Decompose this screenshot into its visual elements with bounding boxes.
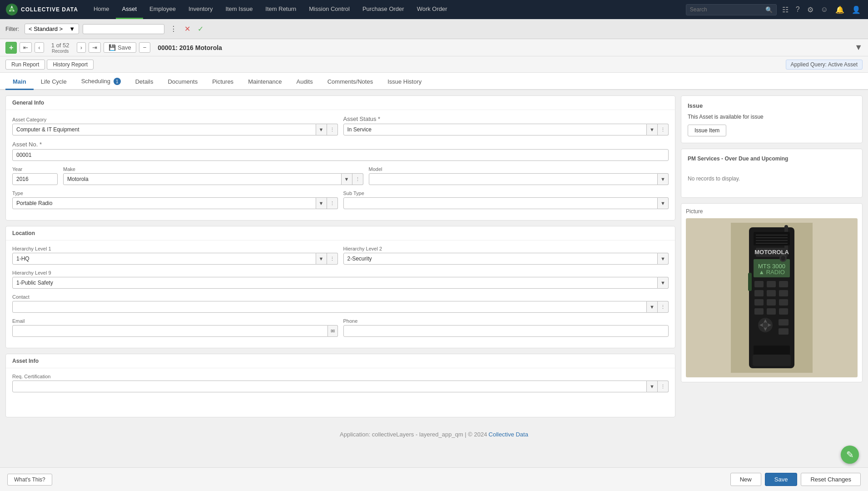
tab-details[interactable]: Details xyxy=(128,75,161,90)
tab-scheduling[interactable]: Scheduling 1 xyxy=(74,74,128,90)
help-icon[interactable]: ? xyxy=(794,4,802,15)
hier1-dropdown-btn[interactable]: ▼ xyxy=(316,253,327,265)
tab-maintenance[interactable]: Maintenance xyxy=(241,75,289,90)
subtype-input[interactable] xyxy=(343,197,658,209)
req-cert-more-btn[interactable]: ⋮ xyxy=(658,381,669,392)
chevron-down-icon: ▼ xyxy=(69,25,75,32)
save-record-button[interactable]: 💾 Save xyxy=(104,42,136,53)
make-more-btn[interactable]: ⋮ xyxy=(352,173,363,185)
footer-link[interactable]: Collective Data xyxy=(489,431,528,438)
tab-pictures[interactable]: Pictures xyxy=(205,75,241,90)
hier1-input[interactable] xyxy=(12,253,316,265)
form-row-year-make-model: Year Make ▼ ⋮ Model xyxy=(12,166,669,185)
tab-documents[interactable]: Documents xyxy=(160,75,205,90)
tab-audits[interactable]: Audits xyxy=(289,75,320,90)
asset-category-more-btn[interactable]: ⋮ xyxy=(327,124,338,135)
year-input[interactable] xyxy=(12,173,58,185)
issue-item-button[interactable]: Issue Item xyxy=(688,125,726,136)
whats-this-button[interactable]: What's This? xyxy=(7,474,52,486)
contact-input[interactable] xyxy=(12,301,647,313)
save-button[interactable]: Save xyxy=(765,473,798,486)
hier9-dropdown-btn[interactable]: ▼ xyxy=(658,277,669,289)
filter-select[interactable]: < Standard > ▼ xyxy=(25,24,79,34)
nav-item-work-order[interactable]: Work Order xyxy=(411,0,454,19)
req-cert-dropdown-btn[interactable]: ▼ xyxy=(647,381,658,392)
nav-item-purchase-order[interactable]: Purchase Order xyxy=(356,0,411,19)
subtype-dropdown-btn[interactable]: ▼ xyxy=(658,197,669,209)
prev-record-button[interactable]: ‹ xyxy=(35,42,44,53)
asset-status-more-btn[interactable]: ⋮ xyxy=(658,124,669,135)
add-record-button[interactable]: + xyxy=(5,42,17,54)
svg-rect-20 xyxy=(767,281,776,287)
tab-comments-notes[interactable]: Comments/Notes xyxy=(320,75,380,90)
asset-status-input[interactable] xyxy=(343,124,647,135)
expand-icon[interactable]: ▼ xyxy=(854,43,863,52)
next-record-button[interactable]: › xyxy=(77,42,86,53)
type-more-btn[interactable]: ⋮ xyxy=(327,197,338,209)
asset-category-label: Asset Category xyxy=(12,117,338,122)
hier2-dropdown-btn[interactable]: ▼ xyxy=(658,253,669,265)
first-record-button[interactable]: ⇤ xyxy=(20,42,32,53)
user-icon[interactable]: 👤 xyxy=(850,4,863,16)
last-record-button[interactable]: ⇥ xyxy=(89,42,101,53)
email-input[interactable] xyxy=(12,325,328,337)
model-dropdown-btn[interactable]: ▼ xyxy=(658,173,669,185)
filter-text-input[interactable] xyxy=(83,24,164,34)
svg-rect-30 xyxy=(779,308,788,315)
fab-button[interactable]: ✎ xyxy=(841,446,859,464)
asset-category-input[interactable] xyxy=(12,124,316,135)
record-bar: + ⇤ ‹ 1 of 52 Records › ⇥ 💾 Save − 00001… xyxy=(0,39,868,56)
make-input[interactable] xyxy=(63,173,342,185)
nav-item-inventory[interactable]: Inventory xyxy=(182,0,219,19)
hier1-more-btn[interactable]: ⋮ xyxy=(327,253,338,265)
more-options-icon[interactable]: ⋮ xyxy=(168,24,179,34)
hier2-input[interactable] xyxy=(343,253,658,265)
run-report-button[interactable]: Run Report xyxy=(5,60,45,70)
tab-issue-history[interactable]: Issue History xyxy=(380,75,429,90)
asset-status-dropdown-btn[interactable]: ▼ xyxy=(647,124,658,135)
subtype-label: Sub Type xyxy=(343,190,669,196)
settings-icon[interactable]: ⚙ xyxy=(805,4,815,16)
req-cert-input[interactable] xyxy=(12,381,647,392)
tab-main[interactable]: Main xyxy=(5,75,34,90)
asset-category-dropdown-btn[interactable]: ▼ xyxy=(316,124,327,135)
nav-item-mission-control[interactable]: Mission Control xyxy=(303,0,356,19)
smiley-icon[interactable]: ☺ xyxy=(819,4,830,15)
report-bar: Run Report History Report Applied Query:… xyxy=(0,56,868,73)
phone-input[interactable] xyxy=(343,325,669,337)
search-icon: 🔍 xyxy=(765,6,773,13)
history-report-button[interactable]: History Report xyxy=(47,60,94,70)
tab-lifecycle[interactable]: Life Cycle xyxy=(34,75,74,90)
search-input[interactable] xyxy=(690,6,763,13)
svg-point-2 xyxy=(10,8,14,11)
svg-rect-23 xyxy=(767,290,776,296)
contact-dropdown-btn[interactable]: ▼ xyxy=(647,301,658,313)
req-cert-field: ▼ ⋮ xyxy=(12,381,669,392)
hier9-input[interactable] xyxy=(12,277,658,289)
close-icon[interactable]: ✕ xyxy=(183,24,192,34)
new-button[interactable]: New xyxy=(730,473,761,486)
nav-item-asset[interactable]: Asset xyxy=(116,0,144,19)
search-box[interactable]: 🔍 xyxy=(686,4,777,15)
nav-item-item-return[interactable]: Item Return xyxy=(259,0,303,19)
nav-items: Home Asset Employee Inventory Item Issue… xyxy=(87,0,686,19)
nav-item-item-issue[interactable]: Item Issue xyxy=(219,0,259,19)
asset-category-group: Asset Category ▼ ⋮ xyxy=(12,117,338,135)
reset-changes-button[interactable]: Reset Changes xyxy=(801,473,861,486)
contact-more-btn[interactable]: ⋮ xyxy=(658,301,669,313)
asset-no-input[interactable] xyxy=(12,149,669,161)
type-input[interactable] xyxy=(12,197,316,209)
hier2-label: Hierarchy Level 2 xyxy=(343,246,669,251)
bell-icon[interactable]: 🔔 xyxy=(833,4,846,16)
location-body: Hierarchy Level 1 ▼ ⋮ Hierarchy Level 2 … xyxy=(6,240,675,348)
remove-record-button[interactable]: − xyxy=(139,42,151,53)
make-dropdown-btn[interactable]: ▼ xyxy=(342,173,352,185)
grid-icon[interactable]: ☷ xyxy=(780,4,790,16)
model-input[interactable] xyxy=(369,173,658,185)
nav-item-employee[interactable]: Employee xyxy=(143,0,182,19)
check-icon[interactable]: ✓ xyxy=(196,24,205,34)
nav-item-home[interactable]: Home xyxy=(87,0,116,19)
motorola-image: MOTOROLA MTS 3000 ▲ RADIO xyxy=(686,218,858,377)
type-dropdown-btn[interactable]: ▼ xyxy=(316,197,327,209)
asset-info-body: Req. Certification ▼ ⋮ xyxy=(6,368,675,417)
